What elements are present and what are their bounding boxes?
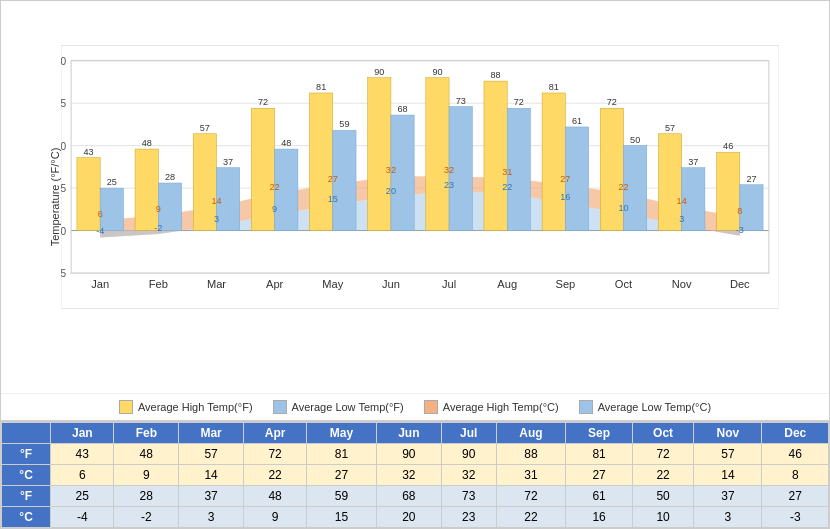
svg-text:43: 43 — [83, 147, 93, 157]
svg-text:-4: -4 — [96, 226, 104, 236]
svg-text:57: 57 — [200, 123, 210, 133]
legend-label: Average High Temp(°F) — [138, 401, 253, 413]
svg-text:81: 81 — [316, 82, 326, 92]
table-cell: 16 — [566, 507, 632, 528]
svg-text:Apr: Apr — [266, 278, 284, 290]
table-cell: 57 — [694, 444, 762, 465]
svg-text:57: 57 — [665, 123, 675, 133]
svg-text:14: 14 — [211, 196, 221, 206]
svg-text:72: 72 — [514, 97, 524, 107]
table-cell: 28 — [114, 486, 179, 507]
svg-rect-27 — [717, 152, 740, 230]
svg-text:-2: -2 — [154, 223, 162, 233]
svg-text:59: 59 — [339, 119, 349, 129]
table-cell: 22 — [244, 465, 307, 486]
legend-color-box — [119, 400, 133, 414]
svg-text:6: 6 — [98, 209, 103, 219]
legend-label: Average High Temp(°C) — [443, 401, 559, 413]
svg-rect-23 — [484, 81, 507, 231]
svg-text:27: 27 — [328, 174, 338, 184]
svg-text:16: 16 — [560, 192, 570, 202]
table-header: Nov — [694, 423, 762, 444]
table-cell: 48 — [244, 486, 307, 507]
table-cell: 37 — [179, 486, 244, 507]
table-cell: 15 — [307, 507, 377, 528]
svg-text:72: 72 — [607, 97, 617, 107]
table-cell: 20 — [376, 507, 441, 528]
table-header: Apr — [244, 423, 307, 444]
table-header — [2, 423, 51, 444]
svg-text:Feb: Feb — [149, 278, 168, 290]
table-header: Mar — [179, 423, 244, 444]
svg-text:Jul: Jul — [442, 278, 456, 290]
svg-text:Nov: Nov — [672, 278, 692, 290]
table-cell: 32 — [376, 465, 441, 486]
svg-text:68: 68 — [397, 104, 407, 114]
svg-text:75: 75 — [61, 98, 66, 109]
svg-text:Mar: Mar — [207, 278, 226, 290]
table-cell: 43 — [51, 444, 114, 465]
table-cell: 46 — [762, 444, 829, 465]
svg-text:90: 90 — [374, 67, 384, 77]
svg-text:9: 9 — [272, 204, 277, 214]
svg-text:3: 3 — [214, 214, 219, 224]
table-cell: 23 — [441, 507, 496, 528]
svg-text:81: 81 — [549, 82, 559, 92]
svg-text:9: 9 — [156, 204, 161, 214]
chart-container: Temperature (°F/°C) -2502550751004348577… — [0, 0, 830, 529]
svg-text:37: 37 — [688, 157, 698, 167]
table-area: JanFebMarAprMayJunJulAugSepOctNovDec°F43… — [1, 420, 829, 528]
table-cell: 72 — [496, 486, 566, 507]
table-cell: 22 — [496, 507, 566, 528]
table-row-label: °F — [2, 486, 51, 507]
table-cell: 32 — [441, 465, 496, 486]
table-cell: 14 — [694, 465, 762, 486]
svg-text:31: 31 — [502, 167, 512, 177]
table-cell: 8 — [762, 465, 829, 486]
svg-text:Dec: Dec — [730, 278, 750, 290]
svg-text:72: 72 — [258, 97, 268, 107]
table-cell: 48 — [114, 444, 179, 465]
table-cell: 27 — [307, 465, 377, 486]
svg-text:20: 20 — [386, 186, 396, 196]
table-cell: 90 — [441, 444, 496, 465]
svg-text:Aug: Aug — [497, 278, 517, 290]
data-table: JanFebMarAprMayJunJulAugSepOctNovDec°F43… — [1, 422, 829, 528]
svg-rect-24 — [542, 93, 565, 231]
svg-text:61: 61 — [572, 116, 582, 126]
table-header: Aug — [496, 423, 566, 444]
table-row-label: °F — [2, 444, 51, 465]
svg-text:28: 28 — [165, 172, 175, 182]
svg-text:48: 48 — [142, 138, 152, 148]
svg-rect-17 — [135, 149, 158, 231]
table-header: Jun — [376, 423, 441, 444]
legend-item: Average Low Temp(°C) — [579, 400, 711, 414]
legend-color-box — [273, 400, 287, 414]
table-cell: 72 — [244, 444, 307, 465]
table-cell: 27 — [566, 465, 632, 486]
table-cell: 81 — [566, 444, 632, 465]
svg-rect-21 — [368, 78, 391, 231]
y-axis-label: Temperature (°F/°C) — [49, 148, 61, 247]
table-row: °C-4-2391520232216103-3 — [2, 507, 829, 528]
table-cell: 31 — [496, 465, 566, 486]
table-cell: 50 — [632, 486, 694, 507]
table-cell: 25 — [51, 486, 114, 507]
table-cell: 27 — [762, 486, 829, 507]
chart-area: Temperature (°F/°C) -2502550751004348577… — [1, 1, 829, 393]
svg-text:50: 50 — [61, 141, 66, 152]
table-cell: 81 — [307, 444, 377, 465]
svg-text:32: 32 — [386, 165, 396, 175]
svg-text:3: 3 — [679, 214, 684, 224]
svg-text:25: 25 — [61, 183, 66, 194]
svg-text:32: 32 — [444, 165, 454, 175]
table-header: Jan — [51, 423, 114, 444]
table-cell: 72 — [632, 444, 694, 465]
table-cell: 10 — [632, 507, 694, 528]
table-row: °F252837485968737261503727 — [2, 486, 829, 507]
legend-item: Average Low Temp(°F) — [273, 400, 404, 414]
legend-label: Average Low Temp(°C) — [598, 401, 711, 413]
table-cell: 61 — [566, 486, 632, 507]
table-cell: 90 — [376, 444, 441, 465]
legend-item: Average High Temp(°C) — [424, 400, 559, 414]
